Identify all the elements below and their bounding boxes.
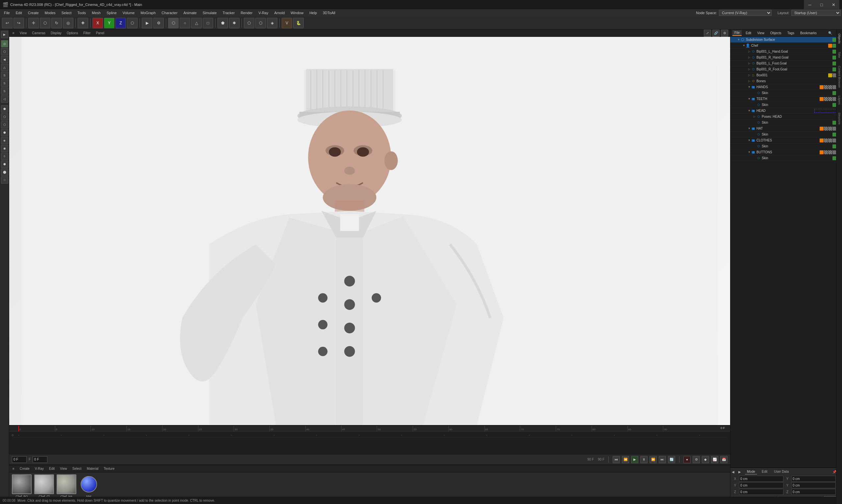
- timeline-toggle[interactable]: 📅: [720, 456, 728, 463]
- mode-btn-19[interactable]: ☆: [1, 176, 8, 184]
- menu-select[interactable]: Select: [59, 10, 74, 16]
- expand-hat-skin[interactable]: [753, 133, 756, 136]
- expand-buttons-skin[interactable]: [753, 157, 756, 160]
- timeline-tracks[interactable]: 0: [9, 432, 730, 451]
- rtab-objects[interactable]: Objects: [837, 31, 842, 47]
- mode-btn-3[interactable]: ⬡: [1, 48, 8, 55]
- expand-clothes[interactable]: ▼: [748, 139, 751, 142]
- material-item-chef-ha[interactable]: Chef_HA: [57, 474, 76, 498]
- material-item-chef-bo[interactable]: Chef_BO: [12, 474, 32, 498]
- mode-btn-13[interactable]: ⬢: [1, 129, 8, 136]
- mode-btn-8[interactable]: S: [1, 88, 8, 95]
- tree-row-bip-rfoot[interactable]: ▷ ⬡ Bip001_R_Foot.Goal: [731, 67, 842, 72]
- y-axis-button[interactable]: Y: [104, 18, 114, 28]
- tree-row-bones[interactable]: ▷ ⬠ Bones: [731, 78, 842, 84]
- mode-btn-1[interactable]: ▶: [1, 31, 8, 38]
- expand-bip-lhand[interactable]: ▷: [748, 50, 751, 53]
- menu-render[interactable]: Render: [238, 10, 255, 16]
- expand-hat[interactable]: ▼: [748, 127, 751, 130]
- node-space-dropdown[interactable]: Current (V-Ray): [719, 10, 772, 16]
- attr-tab-edit[interactable]: Edit: [760, 469, 769, 474]
- render-dot[interactable]: ●: [683, 456, 691, 463]
- tree-row-hands-skin[interactable]: ⬡ Skin: [731, 90, 842, 96]
- tree-row-hat[interactable]: ▼ 👥 HAT: [731, 126, 842, 131]
- render-button[interactable]: ⚙: [153, 18, 164, 28]
- material-item-mat[interactable]: Mat: [79, 474, 99, 498]
- selection-btn[interactable]: ⬟: [217, 18, 228, 28]
- tree-row-bip-lfoot[interactable]: ▷ ⬡ Bip001_L_Foot.Goal: [731, 60, 842, 67]
- menu-animate[interactable]: Animate: [181, 10, 199, 16]
- obj-tab-bookmarks[interactable]: Bookmarks: [798, 31, 819, 36]
- minimize-button[interactable]: ─: [804, 0, 816, 9]
- play-button[interactable]: ▶: [142, 18, 153, 28]
- mode-btn-14[interactable]: ◈: [1, 137, 8, 144]
- undo-button[interactable]: ↩: [2, 18, 13, 28]
- expand-bip-lfoot[interactable]: ▷: [748, 62, 751, 65]
- viewport-mode1[interactable]: ⬠: [244, 18, 254, 28]
- expand-head-skin[interactable]: [753, 121, 756, 124]
- menu-file[interactable]: File: [1, 10, 13, 16]
- keyframe-add[interactable]: ◆: [702, 456, 709, 463]
- anim-curve[interactable]: 📈: [711, 456, 718, 463]
- mode-btn-6[interactable]: S: [1, 72, 8, 79]
- mode-btn-5[interactable]: △: [1, 64, 8, 71]
- move-button[interactable]: ✛: [28, 18, 39, 28]
- tree-row-subdivision-surface[interactable]: ▼ ⬡ Subdivision Surface: [731, 37, 842, 43]
- vp-menu-panel[interactable]: Panel: [94, 31, 106, 35]
- expand-hands[interactable]: ▼: [748, 86, 751, 89]
- attr-nav-fwd[interactable]: ▶: [738, 470, 741, 474]
- redo-button[interactable]: ↪: [14, 18, 24, 28]
- filter-btn-1[interactable]: 🔍: [827, 30, 833, 36]
- tree-row-bip-lhand[interactable]: ▷ ⬡ Bip001_L_Hand.Goal: [731, 49, 842, 55]
- tree-row-buttons[interactable]: ▼ 👥 BUTTONS: [731, 149, 842, 155]
- mat-menu-select[interactable]: Select: [71, 467, 83, 471]
- goto-end-button[interactable]: ⏭: [659, 456, 666, 463]
- play-button[interactable]: ▶: [631, 456, 638, 463]
- edge-mode[interactable]: △: [191, 18, 202, 28]
- expand-buttons[interactable]: ▼: [748, 151, 751, 154]
- field-y-pos2[interactable]: [739, 482, 784, 488]
- field-x-pos[interactable]: [739, 476, 784, 482]
- expand-bones[interactable]: ▷: [748, 79, 751, 83]
- py-button[interactable]: 🐍: [293, 18, 304, 28]
- field-y-pos[interactable]: [791, 476, 836, 482]
- expand-head[interactable]: ▼: [748, 109, 751, 112]
- step-back-button[interactable]: ⏪: [622, 456, 629, 463]
- maximize-button[interactable]: □: [816, 0, 827, 9]
- menu-simulate[interactable]: Simulate: [200, 10, 219, 16]
- vp-menu-options[interactable]: Options: [66, 31, 79, 35]
- tree-row-clothes[interactable]: ▼ 👥 CLOTHES: [731, 138, 842, 143]
- material-item-chef-cl[interactable]: Chef_Cl: [34, 474, 54, 498]
- loop-button[interactable]: 🔄: [668, 456, 675, 463]
- vp-link[interactable]: 🔗: [712, 30, 720, 37]
- snap-button[interactable]: ✱: [229, 18, 239, 28]
- menu-vray[interactable]: V-Ray: [256, 10, 271, 16]
- expand-chef[interactable]: ▼: [742, 44, 746, 47]
- vp-menu-cameras[interactable]: Cameras: [31, 31, 47, 35]
- mat-menu-view[interactable]: View: [58, 467, 68, 471]
- frame-current-field[interactable]: [33, 456, 47, 463]
- mode-btn-11[interactable]: ⬠: [1, 113, 8, 121]
- viewport-mode2[interactable]: ⬡: [255, 18, 266, 28]
- playback-settings[interactable]: ⚙: [693, 456, 700, 463]
- mat-menu-texture[interactable]: Texture: [102, 467, 116, 471]
- expand-bip-rhand[interactable]: ▷: [748, 56, 751, 59]
- poly-mode[interactable]: □: [203, 18, 213, 28]
- menu-tracker[interactable]: Tracker: [220, 10, 237, 16]
- obj-tab-edit[interactable]: Edit: [744, 31, 753, 36]
- expand-teeth[interactable]: ▼: [748, 97, 751, 101]
- tree-row-clothes-skin[interactable]: ⬡ Skin: [731, 143, 842, 149]
- mode-btn-15[interactable]: ◉: [1, 145, 8, 152]
- tree-row-hands[interactable]: ▼ 👥 HANDS: [731, 84, 842, 90]
- mode-btn-4[interactable]: ◀: [1, 56, 8, 63]
- tree-row-box001[interactable]: ▷ □ Box001: [731, 72, 842, 78]
- all-axis-button[interactable]: ⬡: [127, 18, 138, 28]
- menu-3dtoall[interactable]: 3DToAll: [320, 10, 338, 16]
- menu-spline[interactable]: Spline: [104, 10, 120, 16]
- close-button[interactable]: ✕: [827, 0, 839, 9]
- menu-window[interactable]: Window: [288, 10, 306, 16]
- mat-menu-material[interactable]: Material: [86, 467, 100, 471]
- stop-button[interactable]: ⏸: [640, 456, 647, 463]
- expand-subdivision[interactable]: ▼: [737, 38, 740, 41]
- mode-btn-18[interactable]: ⬤: [1, 168, 8, 176]
